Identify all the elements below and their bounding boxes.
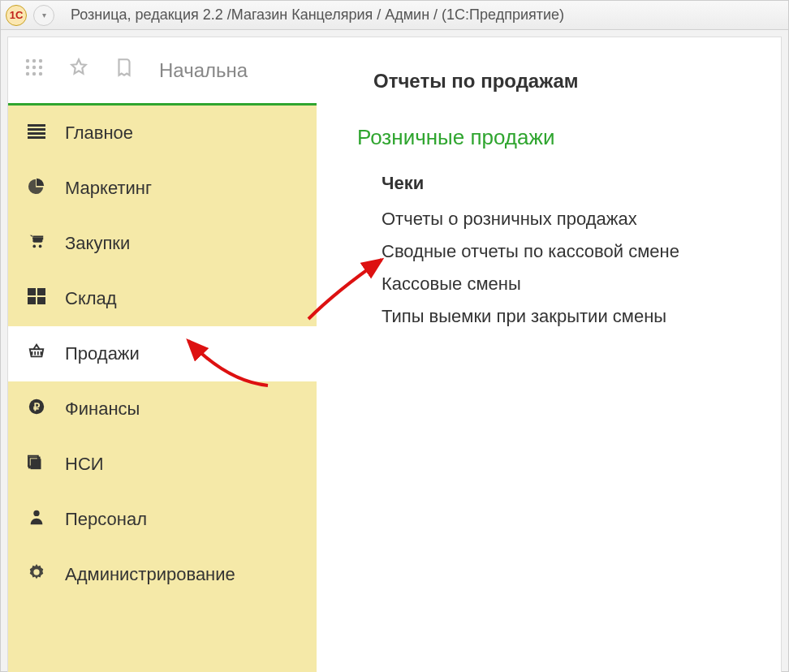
sidebar-item-personnel[interactable]: Персонал: [8, 492, 317, 547]
svg-point-9: [32, 245, 36, 248]
sidebar-item-label: Склад: [65, 288, 117, 309]
sidebar-item-label: НСИ: [65, 454, 104, 475]
app-logo-icon[interactable]: 1С: [6, 5, 27, 26]
stack-icon: [26, 453, 47, 476]
sidebar-item-label: Продажи: [65, 343, 140, 364]
svg-point-7: [32, 72, 36, 75]
ruble-icon: ₽: [26, 398, 47, 420]
svg-point-18: [33, 569, 39, 575]
sidebar-item-finance[interactable]: ₽ Финансы: [8, 381, 317, 437]
reports-heading[interactable]: Отчеты по продажам: [373, 70, 740, 93]
favorites-star-icon[interactable]: [68, 57, 89, 84]
sidebar-item-warehouse[interactable]: Склад: [8, 271, 317, 326]
tiles-icon: [26, 288, 47, 309]
tab-start[interactable]: Начальна: [159, 59, 248, 82]
section-title: Розничные продажи: [357, 125, 740, 150]
svg-point-8: [39, 72, 42, 75]
panel-links: Чеки Отчеты о розничных продажах Сводные…: [382, 173, 740, 327]
link-withdrawal-types[interactable]: Типы выемки при закрытии смены: [382, 306, 740, 327]
sidebar-item-purchases[interactable]: Закупки: [8, 216, 317, 271]
top-toolbar: Начальна: [8, 37, 317, 106]
svg-point-2: [39, 59, 42, 62]
link-cash-shifts[interactable]: Кассовые смены: [382, 274, 740, 295]
svg-point-10: [39, 245, 42, 248]
sidebar-item-admin[interactable]: Администрирование: [8, 547, 317, 602]
svg-point-0: [26, 59, 29, 62]
svg-text:₽: ₽: [33, 401, 41, 413]
gear-icon: [26, 563, 47, 586]
sidebar-item-label: Маркетинг: [65, 178, 152, 199]
svg-point-6: [26, 72, 29, 75]
sidebar-item-main[interactable]: Главное: [8, 106, 317, 161]
sections-grid-icon[interactable]: [24, 58, 44, 83]
dropdown-icon[interactable]: ▾: [33, 5, 54, 26]
history-icon[interactable]: [114, 57, 135, 84]
sidebar: Главное Маркетинг Закупки Склад: [8, 106, 317, 672]
svg-point-5: [39, 66, 42, 69]
sidebar-item-nsi[interactable]: НСИ: [8, 437, 317, 492]
svg-point-4: [32, 66, 36, 69]
link-retail-reports[interactable]: Отчеты о розничных продажах: [382, 209, 740, 230]
titlebar: 1С ▾ Розница, редакция 2.2 /Магазин Канц…: [1, 1, 788, 30]
svg-point-3: [26, 66, 29, 69]
sidebar-item-label: Закупки: [65, 233, 130, 254]
svg-point-16: [33, 510, 39, 516]
basket-icon: [26, 342, 47, 365]
cart-icon: [26, 232, 47, 255]
annotation-arrow-icon: [179, 333, 276, 390]
content-area: Начальна Главное Маркетинг: [7, 37, 782, 672]
sidebar-item-sales[interactable]: Продажи: [8, 326, 317, 381]
submenu-panel: Отчеты по продажам Розничные продажи Чек…: [317, 37, 781, 672]
hamburger-icon: [26, 123, 47, 144]
sidebar-item-label: Персонал: [65, 509, 147, 530]
link-shift-summary[interactable]: Сводные отчеты по кассовой смене: [382, 241, 740, 262]
sidebar-item-marketing[interactable]: Маркетинг: [8, 161, 317, 216]
window-title: Розница, редакция 2.2 /Магазин Канцеляри…: [71, 6, 564, 24]
sidebar-item-label: Администрирование: [65, 564, 235, 585]
annotation-arrow-icon: [304, 250, 394, 323]
sidebar-item-label: Финансы: [65, 398, 140, 420]
link-receipts[interactable]: Чеки: [382, 173, 740, 194]
svg-point-1: [32, 59, 36, 62]
pie-chart-icon: [26, 177, 47, 200]
sidebar-item-label: Главное: [65, 123, 133, 144]
app-window: 1С ▾ Розница, редакция 2.2 /Магазин Канц…: [0, 0, 789, 672]
left-column: Начальна Главное Маркетинг: [8, 37, 317, 672]
person-icon: [26, 508, 47, 531]
